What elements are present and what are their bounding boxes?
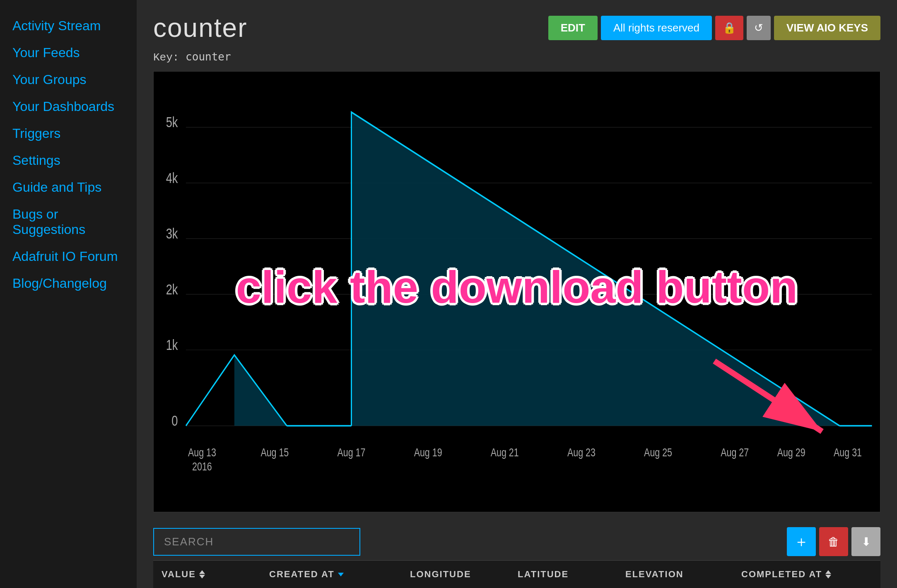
key-label: Key: counter bbox=[153, 51, 880, 64]
svg-text:0: 0 bbox=[171, 413, 178, 429]
search-input[interactable] bbox=[153, 528, 360, 556]
svg-text:3k: 3k bbox=[166, 226, 178, 242]
rights-button[interactable]: All rights reserved bbox=[601, 16, 712, 40]
column-elevation: ELEVATION bbox=[617, 569, 733, 580]
bottom-bar: ＋ 🗑 ⬇ bbox=[153, 521, 880, 560]
svg-text:Aug 13: Aug 13 bbox=[188, 446, 216, 458]
sidebar-item-activity-stream[interactable]: Activity Stream bbox=[8, 12, 128, 39]
sidebar-item-your-groups[interactable]: Your Groups bbox=[8, 66, 128, 93]
svg-text:Aug 17: Aug 17 bbox=[338, 446, 366, 458]
column-longitude: LONGITUDE bbox=[402, 569, 509, 580]
column-created-at: CREATED AT bbox=[261, 569, 402, 580]
download-icon: ⬇ bbox=[861, 535, 871, 549]
column-value: VALUE bbox=[153, 569, 261, 580]
main-content: counter EDIT All rights reserved 🔒 ↺ VIE… bbox=[137, 0, 897, 588]
view-aio-keys-button[interactable]: VIEW AIO KEYS bbox=[774, 16, 880, 40]
svg-text:Aug 19: Aug 19 bbox=[414, 446, 442, 458]
page-title: counter bbox=[153, 12, 247, 43]
history-icon: ↺ bbox=[754, 22, 763, 34]
svg-text:Aug 29: Aug 29 bbox=[777, 446, 805, 458]
plus-icon: ＋ bbox=[794, 532, 809, 552]
lock-icon: 🔒 bbox=[723, 22, 736, 34]
header-buttons: EDIT All rights reserved 🔒 ↺ VIEW AIO KE… bbox=[548, 16, 880, 40]
svg-text:Aug 27: Aug 27 bbox=[721, 446, 749, 458]
header-row: counter EDIT All rights reserved 🔒 ↺ VIE… bbox=[153, 12, 880, 43]
sort-value-icon[interactable] bbox=[199, 570, 205, 578]
svg-text:Aug 25: Aug 25 bbox=[644, 446, 672, 458]
table-header: VALUE CREATED AT LONGITUDE LATITUDE ELEV… bbox=[153, 560, 880, 588]
svg-text:1k: 1k bbox=[166, 337, 178, 353]
svg-text:Aug 31: Aug 31 bbox=[834, 446, 862, 458]
download-button[interactable]: ⬇ bbox=[851, 527, 880, 556]
svg-marker-12 bbox=[186, 355, 287, 426]
svg-text:Aug 15: Aug 15 bbox=[260, 446, 289, 458]
action-buttons: ＋ 🗑 ⬇ bbox=[787, 527, 880, 556]
chart-svg: 5k 4k 3k 2k 1k 0 Aug 13 20 bbox=[154, 72, 880, 512]
sidebar-item-blog-changelog[interactable]: Blog/Changelog bbox=[8, 270, 128, 297]
sidebar-item-your-dashboards[interactable]: Your Dashboards bbox=[8, 93, 128, 120]
chart-container: 5k 4k 3k 2k 1k 0 Aug 13 20 bbox=[153, 71, 880, 512]
trash-icon: 🗑 bbox=[828, 535, 839, 549]
svg-text:4k: 4k bbox=[166, 170, 178, 186]
sidebar-item-bugs-or-suggestions[interactable]: Bugs or Suggestions bbox=[8, 201, 128, 243]
sidebar-item-your-feeds[interactable]: Your Feeds bbox=[8, 39, 128, 66]
svg-text:Aug 21: Aug 21 bbox=[491, 446, 519, 458]
sort-completed-icon[interactable] bbox=[825, 570, 831, 578]
svg-text:2k: 2k bbox=[166, 282, 178, 298]
column-completed-at: COMPLETED AT bbox=[733, 569, 880, 580]
svg-text:2016: 2016 bbox=[192, 460, 212, 472]
sidebar-item-settings[interactable]: Settings bbox=[8, 147, 128, 174]
svg-text:Aug 23: Aug 23 bbox=[567, 446, 596, 458]
sidebar-item-guide-and-tips[interactable]: Guide and Tips bbox=[8, 174, 128, 201]
edit-button[interactable]: EDIT bbox=[548, 16, 598, 40]
sidebar-item-triggers[interactable]: Triggers bbox=[8, 120, 128, 147]
column-latitude: LATITUDE bbox=[509, 569, 617, 580]
sort-created-icon[interactable] bbox=[338, 573, 344, 576]
sidebar-item-adafruit-io-forum[interactable]: Adafruit IO Forum bbox=[8, 243, 128, 270]
svg-text:5k: 5k bbox=[166, 114, 178, 130]
sidebar: Activity Stream Your Feeds Your Groups Y… bbox=[0, 0, 137, 588]
add-button[interactable]: ＋ bbox=[787, 527, 816, 556]
key-value: counter bbox=[186, 51, 231, 63]
delete-button[interactable]: 🗑 bbox=[819, 527, 848, 556]
history-button[interactable]: ↺ bbox=[747, 16, 771, 40]
lock-button[interactable]: 🔒 bbox=[715, 16, 743, 40]
